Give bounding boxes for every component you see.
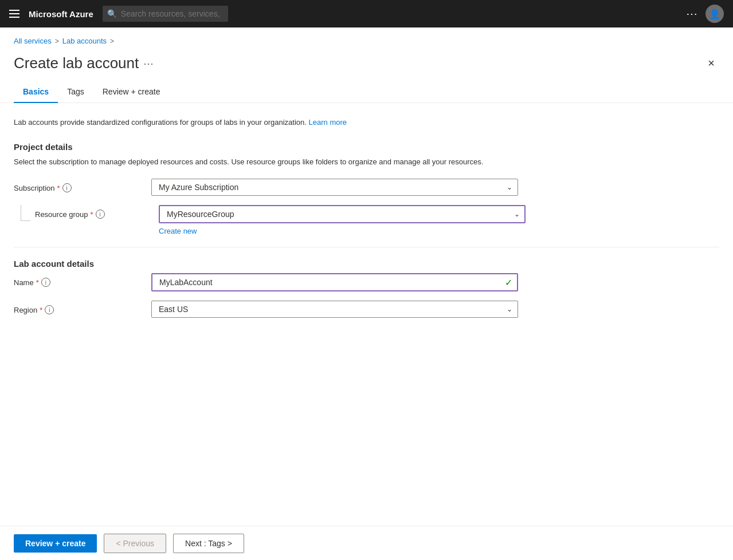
search-wrapper: 🔍: [103, 6, 378, 22]
subscription-control: My Azure Subscription ⌄: [151, 179, 518, 196]
page-title: Create lab account: [14, 54, 139, 72]
region-field: Region * i East US ⌄: [14, 301, 719, 318]
learn-more-link[interactable]: Learn more: [309, 118, 347, 127]
name-control: ✓: [151, 273, 518, 291]
region-label-group: Region * i: [14, 301, 151, 314]
tab-basics[interactable]: Basics: [14, 81, 58, 103]
breadcrumb-sep-2: >: [110, 37, 114, 45]
name-label: Name: [14, 278, 34, 287]
subscription-select[interactable]: My Azure Subscription: [151, 179, 518, 196]
search-icon: 🔍: [107, 9, 117, 18]
subscription-select-wrapper: My Azure Subscription ⌄: [151, 179, 518, 196]
name-label-group: Name * i: [14, 273, 151, 287]
resource-group-label-group: Resource group * i: [35, 205, 159, 219]
topnav-right: ⋯ 👤: [686, 5, 724, 23]
region-control: East US ⌄: [151, 301, 518, 318]
lab-account-details-section: Lab account details Name * i ✓: [14, 259, 719, 318]
breadcrumb-sep-1: >: [55, 37, 59, 45]
breadcrumb-all-services[interactable]: All services: [14, 37, 52, 45]
content-area: Lab accounts provide standardized config…: [0, 103, 733, 350]
name-input-wrapper: ✓: [151, 273, 518, 291]
topnav-more-button[interactable]: ⋯: [686, 7, 699, 21]
resource-group-row: Resource group * i MyResourceGroup ⌄ Cre…: [14, 205, 719, 235]
tree-vertical-line: [21, 205, 21, 214]
name-input[interactable]: [151, 273, 518, 291]
description: Lab accounts provide standardized config…: [14, 117, 719, 128]
subscription-field: Subscription * i My Azure Subscription ⌄: [14, 179, 719, 196]
resource-group-control: MyResourceGroup ⌄ Create new: [159, 205, 526, 235]
name-check-icon: ✓: [505, 277, 512, 288]
tree-l-shape: [21, 214, 30, 221]
region-info-icon[interactable]: i: [45, 305, 54, 314]
resource-group-required: *: [91, 210, 93, 219]
section-divider: [14, 247, 719, 247]
tree-connector: [14, 205, 30, 221]
resource-group-select[interactable]: MyResourceGroup: [159, 205, 526, 223]
region-select-wrapper: East US ⌄: [151, 301, 518, 318]
app-title: Microsoft Azure: [29, 9, 93, 19]
name-field: Name * i ✓: [14, 273, 719, 291]
subscription-required: *: [57, 184, 60, 192]
topnav: Microsoft Azure 🔍 ⋯ 👤: [0, 0, 733, 27]
resource-group-label: Resource group: [35, 210, 88, 219]
user-avatar[interactable]: 👤: [705, 5, 724, 23]
region-select[interactable]: East US: [151, 301, 518, 318]
resource-group-info-icon[interactable]: i: [96, 210, 105, 219]
region-required: *: [40, 306, 42, 314]
region-label: Region: [14, 306, 37, 314]
search-input[interactable]: [103, 6, 228, 22]
project-details-desc: Select the subscription to manage deploy…: [14, 156, 719, 168]
resource-group-select-wrapper: MyResourceGroup ⌄: [159, 205, 526, 223]
tree-h-line: [21, 220, 30, 221]
subscription-info-icon[interactable]: i: [62, 183, 72, 192]
menu-icon[interactable]: [9, 10, 19, 18]
close-button[interactable]: ×: [703, 54, 719, 72]
tabs: Basics Tags Review + create: [0, 81, 733, 103]
subscription-label-group: Subscription * i: [14, 179, 151, 192]
page-options-button[interactable]: ⋯: [143, 57, 155, 70]
tab-tags[interactable]: Tags: [58, 81, 93, 103]
project-details-section: Project details Select the subscription …: [14, 142, 719, 236]
name-required: *: [36, 278, 39, 287]
breadcrumb: All services > Lab accounts >: [0, 27, 733, 50]
project-details-heading: Project details: [14, 142, 719, 152]
subscription-label: Subscription: [14, 184, 55, 192]
main-container: All services > Lab accounts > Create lab…: [0, 27, 733, 526]
page-header: Create lab account ⋯ ×: [0, 50, 733, 81]
lab-account-details-heading: Lab account details: [14, 259, 719, 269]
tab-review-create[interactable]: Review + create: [93, 81, 170, 103]
name-info-icon[interactable]: i: [41, 278, 50, 287]
create-new-link[interactable]: Create new: [159, 227, 197, 235]
breadcrumb-lab-accounts[interactable]: Lab accounts: [62, 37, 107, 45]
